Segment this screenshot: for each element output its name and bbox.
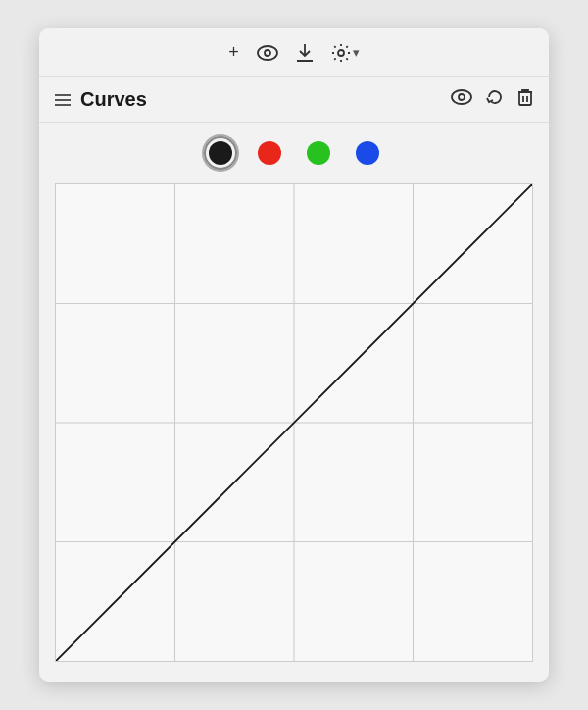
channel-selector	[39, 123, 549, 183]
channel-green-button[interactable]	[302, 136, 335, 170]
curves-panel: + ▾	[39, 28, 549, 682]
svg-point-1	[265, 50, 270, 56]
layer-header-left: Curves	[55, 88, 147, 111]
svg-point-0	[258, 46, 277, 60]
layer-header: Curves	[39, 77, 549, 123]
channel-red-button[interactable]	[253, 136, 286, 170]
svg-rect-7	[519, 92, 531, 105]
curves-canvas[interactable]	[55, 183, 533, 662]
add-icon[interactable]: +	[228, 42, 239, 63]
gear-icon[interactable]: ▾	[331, 43, 360, 63]
download-icon[interactable]	[296, 43, 314, 63]
channel-blue-button[interactable]	[351, 136, 384, 170]
visibility-icon[interactable]	[451, 89, 472, 110]
layer-title: Curves	[80, 88, 147, 111]
delete-icon[interactable]	[517, 87, 533, 112]
hamburger-icon[interactable]	[55, 94, 71, 106]
view-icon[interactable]	[257, 45, 278, 61]
layer-header-right	[451, 87, 533, 112]
svg-point-4	[338, 50, 344, 56]
svg-point-6	[459, 94, 465, 100]
curves-container	[39, 183, 549, 682]
reset-icon[interactable]	[486, 88, 504, 111]
svg-point-5	[452, 90, 471, 104]
toolbar: + ▾	[39, 28, 549, 77]
channel-rgb-button[interactable]	[204, 136, 237, 170]
